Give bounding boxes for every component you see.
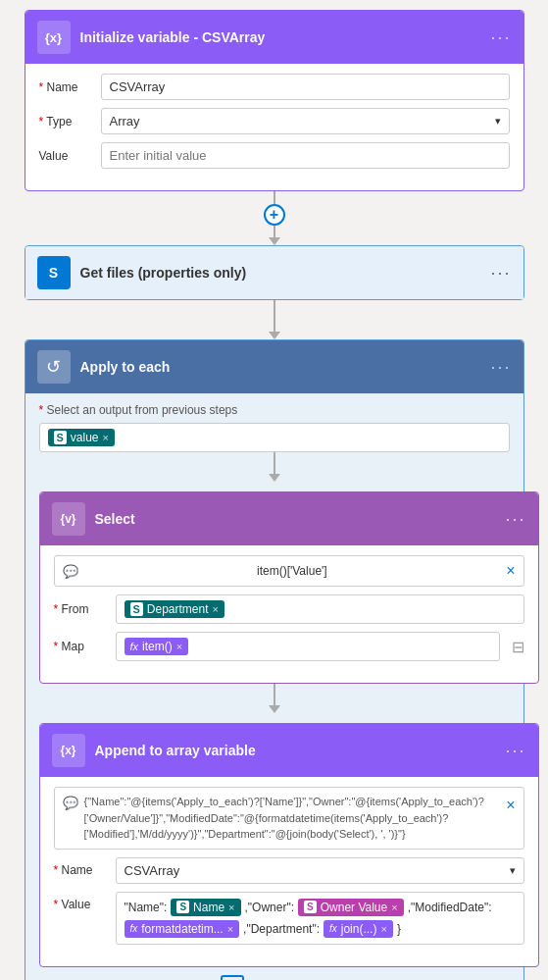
map-fx-tag: fx item() × [125, 638, 189, 655]
name-field-row: Name [39, 74, 510, 100]
dept-icon: S [130, 602, 143, 616]
select-output-label: Select an output from previous steps [39, 403, 510, 417]
sharepoint-mini-icon: S [54, 431, 67, 444]
name-label: Name [39, 80, 93, 94]
name-input[interactable] [101, 74, 510, 100]
get-files-more[interactable]: ··· [490, 263, 511, 284]
init-var-header: {x} Initialize variable - CSVArray ··· [25, 11, 523, 64]
init-var-icon: {x} [37, 21, 71, 54]
select-body: 💬 item()['Value'] × From S Department × [40, 545, 538, 683]
inner-connector-2 [39, 684, 510, 713]
select-expression[interactable]: 💬 item()['Value'] × [54, 555, 524, 587]
chevron-icon: ▾ [510, 864, 516, 877]
value-text-2: ,"Owner": [245, 901, 295, 914]
append-header: {x} Append to array variable ··· [40, 724, 538, 777]
append-expression[interactable]: 💬 {"Name":"@{items('Apply_to_each')?['Na… [54, 787, 524, 850]
owner-tag-close[interactable]: × [391, 902, 397, 913]
value-field-row: Value [39, 142, 510, 169]
append-icon: {x} [52, 734, 85, 767]
value-tag-close[interactable]: × [103, 432, 109, 443]
select-output-input[interactable]: S value × [39, 423, 510, 452]
append-icon-label: {x} [60, 744, 75, 757]
map-input[interactable]: fx item() × [116, 632, 500, 661]
map-close[interactable]: × [176, 641, 182, 652]
select-title: Select [95, 511, 496, 527]
select-icon-label: {v} [60, 512, 75, 526]
connector-line [274, 452, 275, 474]
name-tag-icon: S [176, 901, 189, 913]
select-header: {v} Select ··· [40, 492, 538, 545]
type-value: Array [110, 114, 140, 129]
append-name-value: CSVArray [125, 863, 180, 878]
append-title: Append to array variable [95, 743, 496, 758]
name-tag-close[interactable]: × [228, 902, 234, 913]
flow-container: {x} Initialize variable - CSVArray ··· N… [20, 10, 528, 980]
department-tag: S Department × [125, 600, 224, 618]
value-input[interactable] [101, 142, 510, 169]
value-text-4: ,"Department": [243, 922, 320, 936]
append-body: 💬 {"Name":"@{items('Apply_to_each')?['Na… [40, 777, 538, 966]
get-files-header: S Get files (properties only) ··· [25, 246, 523, 299]
init-var-more[interactable]: ··· [490, 27, 511, 48]
dept-close[interactable]: × [213, 603, 219, 615]
connector-line [274, 684, 275, 705]
expression-multiline-close[interactable]: × [506, 794, 515, 817]
apply-more[interactable]: ··· [490, 357, 511, 378]
apply-icon: ↺ [37, 350, 71, 384]
append-name-select[interactable]: CSVArray ▾ [116, 857, 524, 884]
value-text-5: } [397, 922, 401, 936]
init-var-title: Initialize variable - CSVArray [80, 29, 481, 45]
expression-multiline-text: {"Name":"@{items('Apply_to_each')?['Name… [84, 794, 507, 843]
add-step-button-1[interactable]: + [264, 204, 285, 226]
fx-icon: fx [130, 641, 139, 652]
init-var-card: {x} Initialize variable - CSVArray ··· N… [25, 10, 524, 191]
type-field-row: Type Array ▾ [39, 108, 510, 134]
modified-tag-close[interactable]: × [227, 923, 233, 935]
expression-chat-icon: 💬 [63, 794, 78, 813]
modified-fx-icon: fx [130, 923, 138, 934]
sharepoint-icon: S [37, 256, 71, 289]
chevron-down-icon: ▾ [495, 115, 501, 128]
name-tag-label: Name [193, 901, 224, 914]
apply-header: ↺ Apply to each ··· [25, 340, 523, 393]
type-select[interactable]: Array ▾ [101, 108, 510, 134]
connector-line [274, 226, 275, 238]
arrow-icon [269, 332, 280, 339]
map-label-text: item() [142, 640, 173, 653]
value-text-1: "Name": [125, 901, 168, 914]
apply-to-each-card: ↺ Apply to each ··· Select an output fro… [25, 339, 524, 980]
arrow-icon [269, 474, 280, 482]
join-tag-close[interactable]: × [380, 923, 386, 935]
select-card: {v} Select ··· 💬 item()['Value'] × From [39, 491, 539, 684]
select-more[interactable]: ··· [505, 509, 525, 530]
init-var-body: Name Type Array ▾ Value [25, 64, 523, 190]
apply-icon-symbol: ↺ [46, 356, 61, 378]
get-files-title: Get files (properties only) [80, 265, 481, 281]
append-more[interactable]: ··· [505, 741, 525, 761]
getfiles-icon-letter: S [49, 265, 58, 281]
chat-icon: 💬 [63, 564, 78, 579]
join-tag-label: join(...) [341, 922, 377, 936]
from-input[interactable]: S Department × [116, 594, 524, 624]
expression-close[interactable]: × [506, 562, 515, 580]
from-field-row: From S Department × [54, 594, 524, 624]
connector-line [274, 191, 275, 204]
apply-inner: Select an output from previous steps S v… [25, 393, 523, 980]
add-action-icon: + [221, 975, 244, 981]
map-copy-icon[interactable]: ⊟ [512, 638, 524, 656]
name-tag: S Name × [171, 899, 240, 916]
map-label: Map [54, 640, 108, 653]
owner-tag-icon: S [304, 901, 317, 913]
append-name-row: Name CSVArray ▾ [54, 857, 524, 884]
add-action-button[interactable]: + Add an action [39, 967, 510, 981]
value-tag-label: value [71, 431, 99, 444]
arrow-icon [269, 705, 280, 713]
append-name-label: Name [54, 863, 108, 877]
join-fx-icon: fx [329, 923, 337, 934]
append-array-card: {x} Append to array variable ··· 💬 {"Nam… [39, 723, 539, 967]
modified-tag: fx formatdatetim... × [125, 920, 240, 938]
append-value-input[interactable]: "Name": S Name × ,"Owner": S Owner Value… [116, 892, 524, 945]
owner-tag: S Owner Value × [298, 899, 404, 916]
connector-2 [269, 300, 280, 339]
inner-connector-1 [39, 452, 510, 482]
